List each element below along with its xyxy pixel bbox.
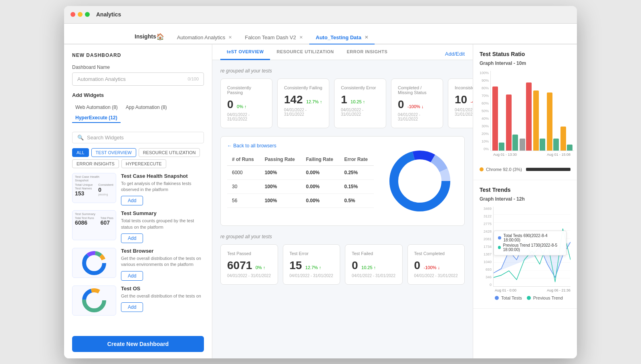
widget-desc: To get analysis of the flakiness tests o… [121, 181, 204, 193]
browser-table: # of Runs Passing Rate Failing Rate [227, 153, 374, 208]
search-placeholder: Search Widgets [87, 135, 124, 141]
table-row: 6000 100% 0.00% 0.25% [227, 165, 374, 179]
filter-resource-util[interactable]: RESOURCE UTILIZATION [139, 148, 200, 157]
col-failing: Failing Rate [301, 153, 339, 166]
filter-hyperexecute[interactable]: HYPEREXECUTE [121, 159, 166, 168]
trends-interval: Graph Interval - 12h [480, 196, 570, 202]
tab-autotesting-label: Auto_Testing Data [316, 34, 361, 40]
add-health-button[interactable]: Add [121, 196, 143, 205]
stat-date: 04/01/2022 - 31/01/2022 [398, 113, 436, 121]
widget-info-health: Test Case Health Snapshot To get analysi… [121, 173, 204, 206]
list-item: Test Summary Total Test Runs 6086 Total … [72, 210, 204, 243]
sub-tabs: teST OVERVIEW RESOURCE UTILIZATION ERROR… [212, 44, 473, 60]
back-link[interactable]: ← Back to all browsers [227, 143, 374, 149]
titlebar: Analytics [64, 6, 577, 24]
tab-app-automation[interactable]: App Automation (8) [123, 103, 170, 112]
filter-all[interactable]: ALL [72, 148, 89, 157]
maximize-button[interactable] [85, 12, 90, 17]
close-icon[interactable]: ✕ [299, 35, 303, 40]
stat-date: 04/01/2022 - 31/01/2022 [414, 274, 458, 278]
stat-value: 142 12.7% ↑ [284, 93, 323, 106]
stat-title: Test Passed [227, 251, 271, 256]
status-ratio-title: Test Status Ratio [480, 51, 570, 57]
add-widgets-title: Add Widgets [72, 92, 204, 98]
window-title: Analytics [96, 11, 121, 18]
status-ratio-interval: Graph Interval - 10m [480, 60, 570, 66]
stat-date: 04/01/2022 - 31/01/2022 [341, 108, 379, 117]
legend-total-label: Total Tests [501, 296, 522, 300]
stat-card-error: Consistently Error 1 10.25 ↑ 04/01/2022 … [334, 78, 386, 128]
dashboard-name-input[interactable]: Automation Analytics 0/100 [72, 72, 204, 86]
chart-tooltip: Total Tests 690(2022-8-4 18:00:00) Previ… [494, 231, 566, 255]
tab-autotesting[interactable]: Auto_Testing Data ✕ [309, 31, 375, 44]
widget-info-summary: Test Summary Total tests counts grouped … [121, 210, 204, 243]
browser-section: ← Back to all browsers # of Runs Passing… [220, 136, 465, 226]
legend-chrome: Chrome 92.0 (3%) [480, 167, 570, 172]
stat-title: Test Completed [414, 251, 458, 256]
char-counter: 0/100 [187, 76, 199, 81]
x-label-2: Aug 01 - 15:08 [547, 153, 570, 157]
widget-name: Test Summary [121, 210, 204, 216]
tooltip-total: Total Tests 690(2022-8-4 18:00:00) [504, 233, 562, 242]
x-label-1: Aug 01 - 13:30 [493, 153, 517, 157]
stat-value: 0 -100% ↓ [398, 98, 436, 111]
stat-date: 04/01/2022 - 31/01/2022 [227, 274, 271, 278]
stat-date: 04/01/2022 - 31/01/2022 [455, 108, 473, 117]
widget-list: Test Case Health Snapshot Total Unique T… [64, 173, 212, 330]
list-item: Test Browser Get the overall distributio… [72, 248, 204, 281]
sub-tab-test-overview[interactable]: teST OVERVIEW [220, 44, 270, 60]
stats-cards-top: Consistently Passing 0 0% ↑ 04/01/2022 -… [220, 78, 465, 128]
col-error: Error Rate [339, 153, 374, 166]
add-summary-button[interactable]: Add [121, 233, 143, 243]
tab-automation[interactable]: Automation Analytics ✕ [171, 31, 239, 44]
search-widgets[interactable]: 🔍 Search Widgets [72, 132, 204, 143]
stat-value: 10 -44. ↓ [455, 93, 473, 106]
tab-automation-label: Automation Analytics [177, 34, 226, 40]
list-item: Test OS Get the overall distribution of … [72, 286, 204, 316]
minimize-button[interactable] [78, 12, 83, 17]
add-edit-link[interactable]: Add/Edit [445, 51, 465, 57]
stat-title: Completed / Missing Status [398, 85, 436, 95]
filter-buttons: ALL TEST OVERVIEW RESOURCE UTILIZATION E… [64, 148, 212, 173]
dashboard-name-value: Automation Analytics [77, 76, 126, 82]
close-button[interactable] [71, 12, 75, 17]
stat-value-container: 0 10.25 ↑ [352, 259, 396, 272]
tooltip-dot-teal [498, 246, 501, 249]
sub-tab-resource-util[interactable]: RESOURCE UTILIZATION [270, 44, 340, 60]
right-panel: Test Status Ratio Graph Interval - 10m 1… [473, 44, 577, 358]
filter-test-overview[interactable]: TEST OVERVIEW [91, 148, 136, 157]
widget-name: Test OS [121, 286, 204, 292]
test-trends-section: Test Trends Graph Interval - 12h 3469312… [473, 180, 577, 309]
close-icon[interactable]: ✕ [365, 35, 368, 40]
home-icon[interactable]: 🏠 [156, 33, 164, 40]
trends-title: Test Trends [480, 187, 570, 193]
tab-insights[interactable]: Insights 🏠 [128, 30, 171, 44]
sub-tab-error-insights[interactable]: ERROR INSIGHTS [341, 44, 394, 60]
tab-web-automation[interactable]: Web Automation (8) [72, 103, 121, 112]
stats-section: re grouped all your tests Consistently P… [212, 60, 473, 301]
tab-hyperexecute[interactable]: HyperExecute (12) [72, 113, 121, 123]
create-dashboard-button[interactable]: Create New Dashboard [72, 336, 204, 352]
add-os-button[interactable]: Add [121, 302, 143, 312]
status-ratio-chart: 100%90%80%70%60% 50%40%30%20%10%0% [480, 71, 570, 167]
donut-chart [386, 147, 454, 215]
tab-falcon[interactable]: Falcon Team Dash V2 ✕ [238, 31, 309, 44]
add-browser-button[interactable]: Add [121, 271, 143, 281]
stat-value-container: 15 12.7% ↑ [290, 259, 334, 272]
tooltip-prev: Previous Trend 1730(2022-8-5 18:00:00) [503, 243, 562, 252]
main-content: NEW DASHBOARD Dashboard Name Automation … [64, 44, 577, 358]
stat-title: Test Error [290, 251, 334, 256]
stat-title: Consistently Failing [284, 85, 323, 90]
stats-cards-bottom: Test Passed 6071 0% ↑ 04/01/2022 - 31/01… [220, 244, 465, 285]
stat-value-container: 0 -100% ↓ [414, 259, 458, 272]
close-icon[interactable]: ✕ [228, 35, 232, 40]
filter-error-insights[interactable]: ERROR INSIGHTS [72, 159, 119, 168]
search-icon: 🔍 [77, 135, 84, 141]
widget-name: Test Browser [121, 248, 204, 254]
widget-desc: Total tests counts grouped by the test s… [121, 218, 204, 230]
section-note: re grouped all your tests [220, 68, 465, 74]
legend-prev-label: Previous Trend [533, 296, 563, 300]
stat-title: Inconsistent [455, 85, 473, 90]
table-row: 30 100% 0.00% 0.15% [227, 179, 374, 193]
trend-x-label-1: Aug 01 - 0:00 [495, 288, 516, 292]
